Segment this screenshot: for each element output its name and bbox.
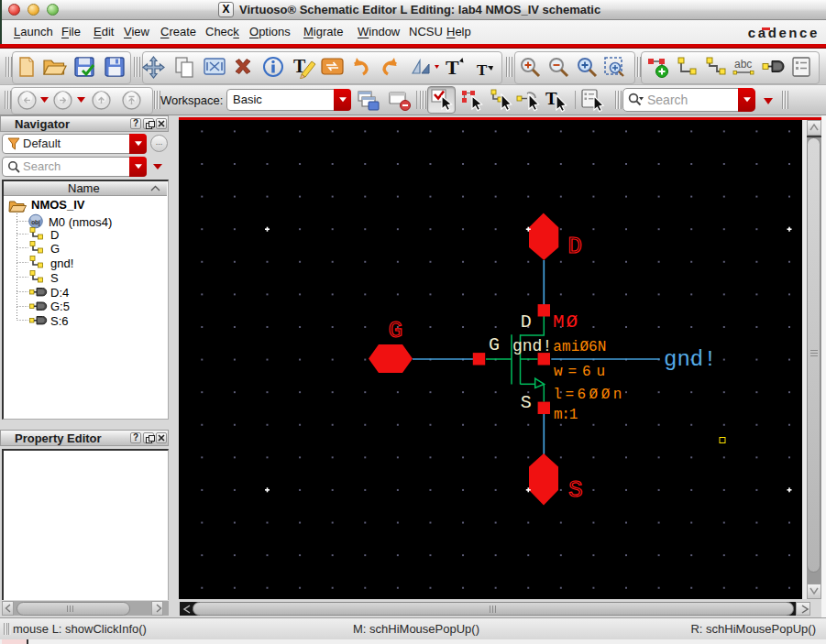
svg-text:G: G bbox=[489, 334, 500, 355]
svg-text:T: T bbox=[477, 61, 488, 79]
svg-text:G:5: G:5 bbox=[50, 300, 70, 313]
svg-text:S: S bbox=[50, 271, 59, 285]
svg-text:NMOS_IV: NMOS_IV bbox=[31, 198, 85, 212]
svg-text:D: D bbox=[521, 311, 532, 333]
svg-text:M0 (nmos4): M0 (nmos4) bbox=[49, 215, 112, 229]
svg-text:G: G bbox=[389, 317, 403, 344]
svg-text:G: G bbox=[50, 242, 60, 256]
svg-text:obj: obj bbox=[31, 219, 40, 226]
svg-text:amiØ6N: amiØ6N bbox=[553, 339, 606, 355]
svg-text:MØ: MØ bbox=[553, 311, 579, 333]
svg-text:D:4: D:4 bbox=[50, 286, 69, 300]
svg-text:w=6u: w=6u bbox=[554, 364, 611, 380]
svg-text:m:1: m:1 bbox=[554, 407, 578, 423]
svg-text:S:6: S:6 bbox=[50, 314, 69, 328]
svg-text:T: T bbox=[545, 89, 557, 108]
svg-text:gnd!: gnd! bbox=[50, 257, 73, 270]
svg-text:T: T bbox=[446, 56, 459, 79]
svg-text:D: D bbox=[50, 228, 59, 242]
svg-text:l=6ØØn: l=6ØØn bbox=[553, 387, 625, 403]
svg-text:gnd!: gnd! bbox=[512, 337, 552, 355]
svg-text:D: D bbox=[567, 233, 582, 260]
svg-text:S: S bbox=[521, 392, 532, 413]
svg-text:S: S bbox=[568, 476, 583, 504]
svg-text:abc: abc bbox=[734, 58, 752, 71]
svg-text:gnd!: gnd! bbox=[664, 347, 717, 372]
